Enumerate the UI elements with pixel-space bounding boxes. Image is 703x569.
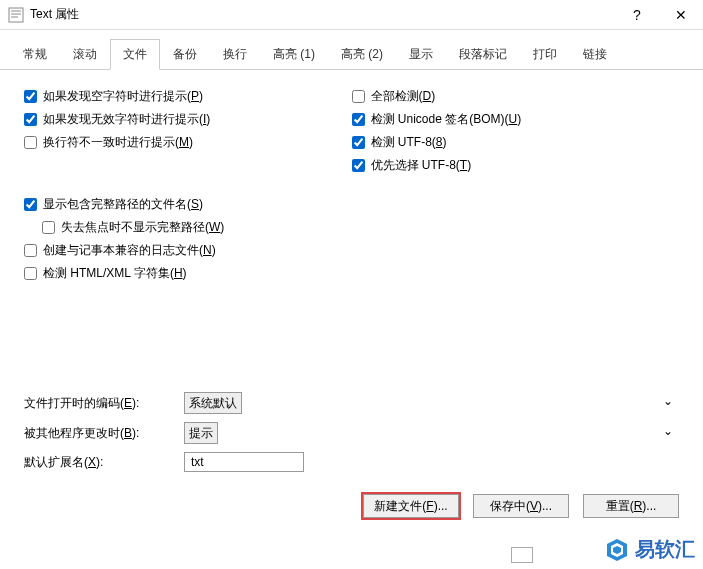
checkbox-label: 检测 UTF-8(8) <box>371 134 447 151</box>
checkbox-label: 检测 HTML/XML 字符集(H) <box>43 265 187 282</box>
tab-8[interactable]: 段落标记 <box>446 39 520 70</box>
tab-content: 如果发现空字符时进行提示(P)如果发现无效字符时进行提示(I)换行符不一致时进行… <box>0 70 703 480</box>
checkbox-label: 失去焦点时不显示完整路径(W) <box>61 219 224 236</box>
resize-grip[interactable] <box>511 547 533 563</box>
tab-3[interactable]: 备份 <box>160 39 210 70</box>
tab-4[interactable]: 换行 <box>210 39 260 70</box>
close-button[interactable]: ✕ <box>659 0 703 30</box>
tab-0[interactable]: 常规 <box>10 39 60 70</box>
checkbox-label: 全部检测(D) <box>371 88 436 105</box>
checkbox-label: 如果发现空字符时进行提示(P) <box>43 88 203 105</box>
tab-1[interactable]: 滚动 <box>60 39 110 70</box>
checkbox-input[interactable] <box>24 198 37 211</box>
checkbox-option[interactable]: 如果发现空字符时进行提示(P) <box>24 88 352 105</box>
form-rows: 文件打开时的编码(E): 系统默认 被其他程序更改时(B): 提示 默认扩展名(… <box>24 392 679 472</box>
tab-10[interactable]: 链接 <box>570 39 620 70</box>
checkbox-option[interactable]: 显示包含完整路径的文件名(S) <box>24 196 679 213</box>
checkbox-option[interactable]: 如果发现无效字符时进行提示(I) <box>24 111 352 128</box>
tab-9[interactable]: 打印 <box>520 39 570 70</box>
checkbox-option[interactable]: 创建与记事本兼容的日志文件(N) <box>24 242 679 259</box>
checkbox-option[interactable]: 优先选择 UTF-8(T) <box>352 157 680 174</box>
checkbox-option[interactable]: 失去焦点时不显示完整路径(W) <box>42 219 679 236</box>
checkbox-input[interactable] <box>24 136 37 149</box>
reset-button[interactable]: 重置(R)... <box>583 494 679 518</box>
watermark: 易软汇 <box>605 536 695 563</box>
checkbox-label: 如果发现无效字符时进行提示(I) <box>43 111 210 128</box>
tab-2[interactable]: 文件 <box>110 39 160 70</box>
help-button[interactable]: ? <box>615 0 659 30</box>
svg-rect-0 <box>9 8 23 22</box>
button-row: 新建文件(F)... 保存中(V)... 重置(R)... <box>0 480 703 518</box>
checkbox-option[interactable]: 检测 Unicode 签名(BOM)(U) <box>352 111 680 128</box>
checkbox-option[interactable]: 换行符不一致时进行提示(M) <box>24 134 352 151</box>
ext-input[interactable] <box>184 452 304 472</box>
checkbox-option[interactable]: 检测 UTF-8(8) <box>352 134 680 151</box>
checkbox-input[interactable] <box>24 244 37 257</box>
right-column: 全部检测(D)检测 Unicode 签名(BOM)(U)检测 UTF-8(8)优… <box>352 88 680 174</box>
tab-7[interactable]: 显示 <box>396 39 446 70</box>
left-column: 如果发现空字符时进行提示(P)如果发现无效字符时进行提示(I)换行符不一致时进行… <box>24 88 352 174</box>
checkbox-input[interactable] <box>352 113 365 126</box>
checkbox-label: 显示包含完整路径的文件名(S) <box>43 196 203 213</box>
checkbox-label: 创建与记事本兼容的日志文件(N) <box>43 242 216 259</box>
encoding-select[interactable]: 系统默认 <box>184 392 242 414</box>
tab-bar: 常规滚动文件备份换行高亮 (1)高亮 (2)显示段落标记打印链接 <box>0 30 703 70</box>
checkbox-label: 检测 Unicode 签名(BOM)(U) <box>371 111 522 128</box>
checkbox-input[interactable] <box>24 267 37 280</box>
checkbox-option[interactable]: 全部检测(D) <box>352 88 680 105</box>
tab-6[interactable]: 高亮 (2) <box>328 39 396 70</box>
checkbox-label: 换行符不一致时进行提示(M) <box>43 134 193 151</box>
new-file-button[interactable]: 新建文件(F)... <box>363 494 459 518</box>
changed-select[interactable]: 提示 <box>184 422 218 444</box>
checkbox-label: 优先选择 UTF-8(T) <box>371 157 472 174</box>
app-icon <box>8 7 24 23</box>
changed-label: 被其他程序更改时(B): <box>24 425 174 442</box>
left-column-2: 显示包含完整路径的文件名(S)失去焦点时不显示完整路径(W)创建与记事本兼容的日… <box>24 196 679 282</box>
encoding-label: 文件打开时的编码(E): <box>24 395 174 412</box>
checkbox-input[interactable] <box>352 136 365 149</box>
window-title: Text 属性 <box>30 6 615 23</box>
ext-label: 默认扩展名(X): <box>24 454 174 471</box>
titlebar: Text 属性 ? ✕ <box>0 0 703 30</box>
checkbox-input[interactable] <box>352 90 365 103</box>
checkbox-input[interactable] <box>352 159 365 172</box>
checkbox-input[interactable] <box>42 221 55 234</box>
checkbox-option[interactable]: 检测 HTML/XML 字符集(H) <box>24 265 679 282</box>
saving-button[interactable]: 保存中(V)... <box>473 494 569 518</box>
checkbox-input[interactable] <box>24 113 37 126</box>
checkbox-input[interactable] <box>24 90 37 103</box>
tab-5[interactable]: 高亮 (1) <box>260 39 328 70</box>
